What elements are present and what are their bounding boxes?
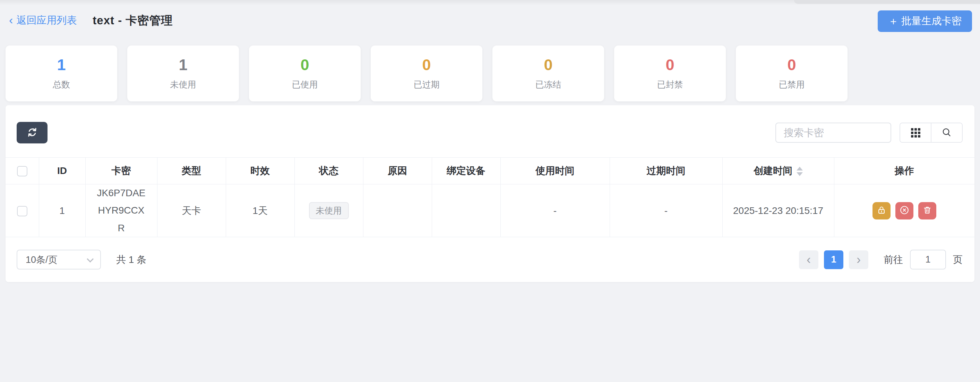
batch-generate-button[interactable]: ＋ 批量生成卡密 xyxy=(878,10,972,32)
chevron-left-icon: ‹ xyxy=(807,254,811,266)
sort-desc-icon[interactable] xyxy=(797,172,803,176)
header-cell-type: 类型 xyxy=(157,158,226,184)
stat-value: 1 xyxy=(178,57,187,73)
header-cell-used-at: 使用时间 xyxy=(500,158,609,184)
page-title: text - 卡密管理 xyxy=(92,13,173,29)
stat-value: 1 xyxy=(57,57,65,73)
toolbar-right-group xyxy=(775,123,963,143)
table-footer: 10条/页 共 1 条 ‹ 1 › 前往 页 xyxy=(6,237,974,282)
batch-generate-label: 批量生成卡密 xyxy=(901,14,962,28)
cell-actions xyxy=(834,184,974,237)
stat-label: 已过期 xyxy=(414,79,440,90)
lock-icon xyxy=(877,205,886,216)
goto-label: 前往 xyxy=(884,253,903,266)
cell-id: 1 xyxy=(39,184,85,237)
chevron-down-icon xyxy=(87,256,94,262)
back-chevron-icon: ‹ xyxy=(9,14,13,26)
cell-duration: 1天 xyxy=(226,184,294,237)
card-keys-table: ID 卡密 类型 时效 状态 原因 绑定设备 使用时间 过期时间 创建时间 操作 xyxy=(6,157,974,237)
table-toolbar xyxy=(6,105,974,157)
stat-label: 已禁用 xyxy=(779,79,805,90)
next-page-button[interactable]: › xyxy=(849,250,868,269)
cell-expired-at: - xyxy=(609,184,722,237)
search-icon xyxy=(942,127,952,139)
page-size-value: 10条/页 xyxy=(25,254,57,266)
view-search-button-group xyxy=(900,123,963,143)
stat-card-expired: 0 已过期 xyxy=(371,45,482,101)
header-cell-key: 卡密 xyxy=(85,158,157,184)
stat-card-banned: 0 已封禁 xyxy=(614,45,726,101)
header-cell-id: ID xyxy=(39,158,85,184)
table-header-row: ID 卡密 类型 时效 状态 原因 绑定设备 使用时间 过期时间 创建时间 操作 xyxy=(6,158,974,184)
status-badge: 未使用 xyxy=(309,202,349,219)
stat-label: 已冻结 xyxy=(535,79,562,90)
cell-type: 天卡 xyxy=(157,184,226,237)
goto-page-input[interactable] xyxy=(910,250,946,270)
ban-button[interactable] xyxy=(896,202,913,219)
header-cell-actions: 操作 xyxy=(834,158,974,184)
delete-button[interactable] xyxy=(918,202,936,219)
trash-icon xyxy=(923,205,932,216)
header-cell-reason: 原因 xyxy=(363,158,432,184)
sort-carets[interactable] xyxy=(797,167,803,176)
header-cell-checkbox xyxy=(6,158,39,184)
freeze-button[interactable] xyxy=(872,202,891,219)
header-cell-device: 绑定设备 xyxy=(432,158,500,184)
row-checkbox[interactable] xyxy=(17,206,27,216)
goto-page-group: 前往 页 xyxy=(884,250,963,270)
pagination-controls: ‹ 1 › 前往 页 xyxy=(799,250,963,270)
sort-asc-icon[interactable] xyxy=(797,167,803,171)
table-panel: ID 卡密 类型 时效 状态 原因 绑定设备 使用时间 过期时间 创建时间 操作 xyxy=(6,105,974,282)
stat-value: 0 xyxy=(300,57,309,73)
stat-card-total: 1 总数 xyxy=(6,45,117,101)
created-at-label: 创建时间 xyxy=(754,165,792,176)
prev-page-button[interactable]: ‹ xyxy=(799,250,818,269)
stats-row: 1 总数 1 未使用 0 已使用 0 已过期 0 已冻结 0 已封禁 0 已禁用 xyxy=(6,45,974,101)
refresh-button[interactable] xyxy=(17,122,48,144)
topbar: ‹ 返回应用列表 text - 卡密管理 ＋ 批量生成卡密 xyxy=(0,0,980,41)
cell-reason xyxy=(363,184,432,237)
select-all-checkbox[interactable] xyxy=(17,166,27,176)
chevron-right-icon: › xyxy=(856,254,861,266)
page-size-select[interactable]: 10条/页 xyxy=(17,250,101,270)
circle-x-icon xyxy=(899,205,910,216)
stat-label: 已封禁 xyxy=(657,79,683,90)
goto-unit-label: 页 xyxy=(953,253,963,266)
stat-value: 0 xyxy=(422,57,431,73)
back-link-label: 返回应用列表 xyxy=(16,14,76,27)
column-settings-button[interactable] xyxy=(900,123,931,142)
stat-value: 0 xyxy=(665,57,674,73)
stat-label: 未使用 xyxy=(170,79,196,90)
stat-value: 0 xyxy=(787,57,796,73)
header-cell-expired-at: 过期时间 xyxy=(609,158,722,184)
header-cell-created-at[interactable]: 创建时间 xyxy=(722,158,834,184)
cell-key: JK6P7DAEHYR9CCXR xyxy=(85,184,157,237)
stat-value: 0 xyxy=(544,57,552,73)
stat-label: 总数 xyxy=(53,79,70,90)
cell-device xyxy=(432,184,500,237)
plus-icon: ＋ xyxy=(888,14,899,29)
stat-card-frozen: 0 已冻结 xyxy=(492,45,604,101)
total-count-label: 共 1 条 xyxy=(116,253,146,266)
cell-used-at: - xyxy=(500,184,609,237)
stat-card-used: 0 已使用 xyxy=(249,45,361,101)
search-toggle-button[interactable] xyxy=(931,123,962,142)
cell-checkbox xyxy=(6,184,39,237)
header-cell-status: 状态 xyxy=(294,158,363,184)
page-number-button[interactable]: 1 xyxy=(824,250,843,269)
stat-card-disabled: 0 已禁用 xyxy=(736,45,848,101)
search-input[interactable] xyxy=(775,123,891,143)
stat-card-unused: 1 未使用 xyxy=(127,45,239,101)
cell-created-at: 2025-12-23 20:15:17 xyxy=(722,184,834,237)
stat-label: 已使用 xyxy=(292,79,318,90)
table-row: 1 JK6P7DAEHYR9CCXR 天卡 1天 未使用 - - 2025-12… xyxy=(6,184,974,237)
grid-icon xyxy=(911,128,920,137)
cell-status: 未使用 xyxy=(294,184,363,237)
header-cell-duration: 时效 xyxy=(226,158,294,184)
row-actions xyxy=(834,202,975,219)
refresh-icon xyxy=(27,127,38,139)
back-to-app-list-link[interactable]: ‹ 返回应用列表 xyxy=(9,14,76,27)
